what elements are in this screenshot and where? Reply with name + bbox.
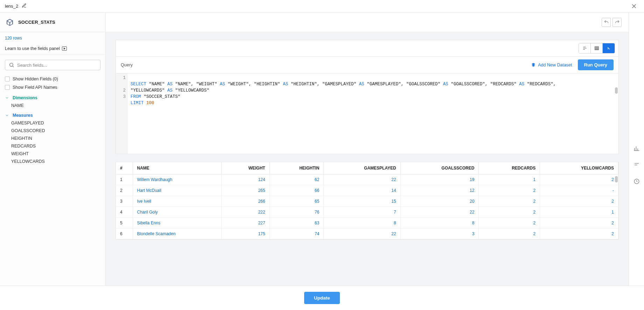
- table-row[interactable]: 2Hart McDuall2656614122-: [116, 185, 618, 196]
- measures-section-header[interactable]: Measures: [0, 109, 105, 119]
- checkbox-icon[interactable]: [5, 77, 10, 81]
- results-table: # NAME WEIGHT HEIGHTIN GAMESPLAYED GOALS…: [115, 162, 619, 240]
- format-icon[interactable]: [634, 162, 640, 169]
- cell-gamesplayed: 22: [324, 229, 400, 239]
- line-gutter: 1 23: [116, 73, 128, 154]
- run-query-button[interactable]: Run Query: [578, 59, 614, 70]
- col-goalsscored[interactable]: GOALSSCORED: [400, 162, 479, 174]
- cell-index: 1: [116, 174, 133, 185]
- view-mode-segmented: [579, 43, 615, 53]
- field-item[interactable]: NAME: [0, 102, 105, 109]
- col-gamesplayed[interactable]: GAMESPLAYED: [324, 162, 400, 174]
- col-redcards[interactable]: REDCARDS: [479, 162, 540, 174]
- search-fields-input[interactable]: [5, 60, 100, 70]
- view-chart-button[interactable]: [579, 43, 591, 53]
- cell-weight: 175: [222, 229, 270, 239]
- search-icon: [9, 62, 14, 68]
- cell-redcards: 2: [479, 229, 540, 239]
- fields-sidebar: SOCCER_STATS 120 rows Learn to use the f…: [0, 13, 106, 286]
- show-hidden-toggle[interactable]: Show Hidden Fields (0): [0, 75, 105, 84]
- field-item[interactable]: WEIGHT: [0, 150, 105, 158]
- cell-redcards: 2: [479, 196, 540, 207]
- cell-weight: 227: [222, 218, 270, 229]
- row-count: 120 rows: [0, 32, 105, 44]
- cell-name: Sibella Enns: [133, 218, 222, 229]
- cell-goalsscored: 8: [400, 218, 479, 229]
- cell-heightin: 65: [270, 196, 324, 207]
- svg-point-0: [10, 63, 13, 66]
- table-row[interactable]: 4Charil Goly2227672221: [116, 207, 618, 218]
- update-button[interactable]: Update: [304, 292, 340, 304]
- cell-name: Blondelle Scamaden: [133, 229, 222, 239]
- cell-index: 4: [116, 207, 133, 218]
- cell-yellowcards: -: [540, 185, 618, 196]
- field-item[interactable]: GOALSSCORED: [0, 127, 105, 135]
- field-item[interactable]: REDCARDS: [0, 142, 105, 150]
- chart-icon[interactable]: [634, 145, 640, 153]
- cell-redcards: 2: [479, 185, 540, 196]
- cell-heightin: 76: [270, 207, 324, 218]
- cell-redcards: 2: [479, 207, 540, 218]
- table-row[interactable]: 5Sibella Enns227638822: [116, 218, 618, 229]
- cell-yellowcards: 1: [540, 207, 618, 218]
- editor-scrollbar-thumb[interactable]: [615, 87, 618, 94]
- play-icon: [62, 46, 67, 51]
- redo-button[interactable]: [612, 18, 622, 27]
- table-row[interactable]: 1Willem Wardhaugh12462221912: [116, 174, 618, 185]
- cell-weight: 266: [222, 196, 270, 207]
- cell-name: Willem Wardhaugh: [133, 174, 222, 185]
- code-area[interactable]: SELECT "NAME" AS "NAME", "WEIGHT" AS "WE…: [128, 73, 618, 154]
- search-input[interactable]: [17, 63, 97, 68]
- col-name[interactable]: NAME: [133, 162, 222, 174]
- cell-index: 3: [116, 196, 133, 207]
- undo-button[interactable]: [602, 18, 611, 27]
- learn-fields-link[interactable]: Learn to use the fields panel: [0, 44, 105, 55]
- cell-heightin: 62: [270, 174, 324, 185]
- add-new-dataset-link[interactable]: Add New Dataset: [531, 63, 572, 67]
- show-api-names-toggle[interactable]: Show Field API Names: [0, 84, 105, 92]
- cell-index: 2: [116, 185, 133, 196]
- query-label: Query: [121, 63, 133, 67]
- cell-gamesplayed: 14: [324, 185, 400, 196]
- field-item[interactable]: HEIGHTIN: [0, 135, 105, 142]
- cell-heightin: 63: [270, 218, 324, 229]
- table-row[interactable]: 3Ive Ivell26665152022: [116, 196, 618, 207]
- cell-yellowcards: 2: [540, 218, 618, 229]
- cell-goalsscored: 3: [400, 229, 479, 239]
- col-heightin[interactable]: HEIGHTIN: [270, 162, 324, 174]
- chevron-down-icon: [5, 113, 9, 117]
- view-table-button[interactable]: [591, 43, 603, 53]
- svg-rect-1: [595, 46, 598, 50]
- results-scrollbar-thumb[interactable]: [615, 176, 618, 182]
- cell-goalsscored: 19: [400, 174, 479, 185]
- cell-yellowcards: 2: [540, 196, 618, 207]
- checkbox-icon[interactable]: [5, 85, 10, 90]
- view-query-button[interactable]: [603, 43, 615, 53]
- cell-redcards: 1: [479, 174, 540, 185]
- col-yellowcards[interactable]: YELLOWCARDS: [540, 162, 618, 174]
- cell-redcards: 2: [479, 218, 540, 229]
- edit-icon[interactable]: [22, 3, 27, 9]
- cell-goalsscored: 22: [400, 207, 479, 218]
- cell-index: 5: [116, 218, 133, 229]
- sql-editor[interactable]: 1 23 SELECT "NAME" AS "NAME", "WEIGHT" A…: [116, 73, 618, 154]
- chevron-down-icon: [5, 96, 9, 100]
- cell-heightin: 66: [270, 185, 324, 196]
- col-index[interactable]: #: [116, 162, 133, 174]
- dataset-name: SOCCER_STATS: [18, 20, 55, 25]
- cell-name: Hart McDuall: [133, 185, 222, 196]
- cell-yellowcards: 2: [540, 174, 618, 185]
- field-item[interactable]: YELLOWCARDS: [0, 158, 105, 165]
- page-title: lens_2: [5, 3, 18, 9]
- field-item[interactable]: GAMESPLAYED: [0, 119, 105, 127]
- cell-weight: 265: [222, 185, 270, 196]
- cell-weight: 124: [222, 174, 270, 185]
- cell-index: 6: [116, 229, 133, 239]
- dimensions-section-header[interactable]: Dimensions: [0, 92, 105, 102]
- history-icon[interactable]: [634, 178, 640, 186]
- table-row[interactable]: 6Blondelle Scamaden1757422322: [116, 229, 618, 239]
- cell-gamesplayed: 8: [324, 218, 400, 229]
- close-icon[interactable]: ✕: [629, 1, 639, 11]
- cell-goalsscored: 12: [400, 185, 479, 196]
- col-weight[interactable]: WEIGHT: [222, 162, 270, 174]
